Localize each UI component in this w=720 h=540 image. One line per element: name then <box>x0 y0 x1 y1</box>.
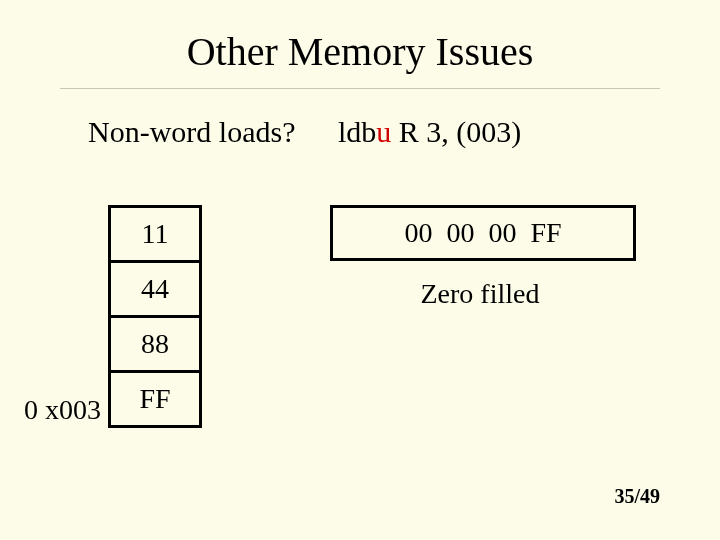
page-title: Other Memory Issues <box>0 28 720 75</box>
register-box: 00 00 00 FF <box>330 205 636 261</box>
divider <box>60 88 660 89</box>
question-text: Non-word loads? <box>88 115 295 149</box>
instruction-args: R 3, (003) <box>391 115 521 148</box>
address-label: 0 x003 <box>24 394 101 426</box>
register-value: 00 00 00 FF <box>404 217 561 249</box>
instruction-op-prefix: ldb <box>338 115 376 148</box>
slide: Other Memory Issues Non-word loads? ldbu… <box>0 0 720 540</box>
memory-cell: FF <box>110 372 201 427</box>
instruction: ldbu R 3, (003) <box>338 115 521 149</box>
memory-cell: 88 <box>110 317 201 372</box>
register-caption: Zero filled <box>330 278 630 310</box>
memory-cell: 11 <box>110 207 201 262</box>
memory-table: 11 44 88 FF <box>108 205 202 428</box>
instruction-op-suffix: u <box>376 115 391 148</box>
page-number: 35/49 <box>614 485 660 508</box>
memory-cell: 44 <box>110 262 201 317</box>
